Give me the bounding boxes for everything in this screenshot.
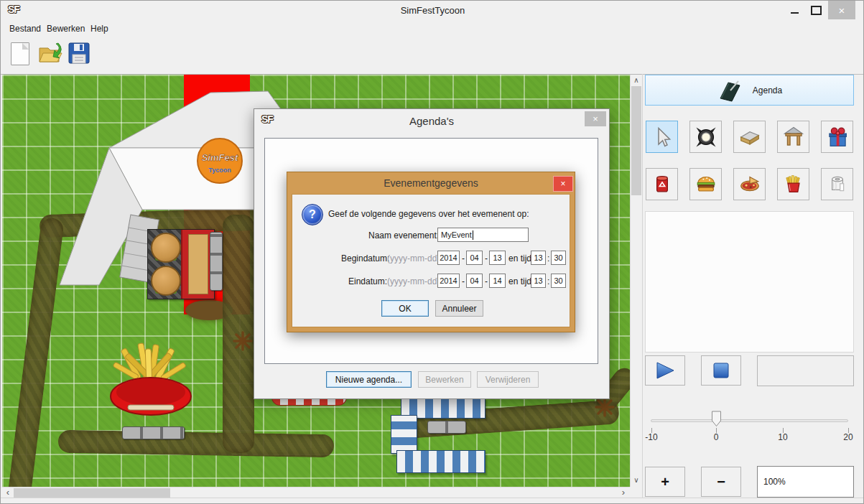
end-day-field[interactable]: 14 (489, 274, 506, 288)
map-vscrollbar[interactable]: ∧ ∨ (630, 75, 641, 487)
speed-slider-thumb[interactable] (711, 411, 722, 427)
tool-fries[interactable] (777, 168, 809, 200)
begin-day-field[interactable]: 13 (489, 251, 506, 265)
tool-pizza[interactable] (733, 168, 766, 200)
slider-tick-label: 10 (778, 432, 787, 442)
path-marker-icon (232, 330, 254, 352)
begin-year-field[interactable]: 2014 (437, 251, 460, 265)
cursor-select-icon (651, 126, 673, 148)
event-dialog-close-button[interactable]: × (553, 176, 573, 192)
agenda-button-label: Agenda (753, 85, 782, 95)
bench[interactable] (122, 426, 185, 439)
status-panel (757, 355, 854, 386)
event-name-value: MyEvent (441, 230, 472, 239)
begin-hour-field[interactable]: 13 (531, 251, 546, 265)
slider-tick-label: -10 (645, 432, 657, 442)
titlebar[interactable]: SF SimFestTycoon × (1, 1, 864, 21)
toilet-paper-icon (826, 173, 849, 196)
burger-top (151, 233, 181, 263)
hscroll-thumb[interactable] (14, 488, 170, 498)
save-button[interactable] (68, 42, 90, 66)
gift-icon (826, 126, 849, 149)
tool-toilet-paper[interactable] (821, 168, 853, 200)
end-minute-field[interactable]: 30 (551, 274, 566, 288)
end-month-field[interactable]: 04 (466, 274, 483, 288)
speed-slider-track[interactable] (651, 419, 848, 422)
zoom-out-button[interactable]: − (701, 467, 741, 497)
edit-agenda-button[interactable]: Bewerken (418, 371, 471, 388)
end-year-field[interactable]: 2014 (437, 274, 460, 288)
agendas-dialog-titlebar[interactable]: SF Agenda's × (254, 109, 609, 132)
event-name-field[interactable]: MyEvent (437, 228, 529, 242)
ok-button[interactable]: OK (381, 300, 429, 317)
tool-stage-gate[interactable] (777, 121, 809, 153)
agendas-dialog-close-button[interactable]: × (585, 111, 606, 126)
play-button[interactable] (645, 355, 685, 386)
menu-help[interactable]: Help (88, 24, 111, 34)
map-hscrollbar[interactable]: ‹ › (2, 487, 630, 498)
begin-month-field[interactable]: 04 (466, 251, 483, 265)
tool-cursor-select[interactable] (646, 121, 678, 153)
minimize-button[interactable] (785, 1, 804, 19)
vscroll-thumb[interactable] (631, 86, 641, 195)
new-agenda-button[interactable]: Nieuwe agenda... (326, 371, 412, 388)
event-dialog-title: Evenementgegevens (287, 177, 575, 189)
open-folder-icon (37, 41, 64, 67)
zoom-level-field[interactable]: 100% (757, 466, 854, 498)
grandstand-left[interactable] (391, 415, 417, 454)
zoom-in-button[interactable]: + (645, 467, 685, 497)
burger-stand[interactable] (147, 229, 215, 299)
agenda-book-icon (717, 79, 743, 102)
maximize-icon (811, 6, 822, 15)
bench[interactable] (210, 232, 223, 291)
grandstand-bottom[interactable] (396, 450, 486, 473)
sidebar-divider (642, 74, 643, 498)
agenda-button[interactable]: Agenda (645, 75, 854, 106)
dirt-path-bottom (58, 430, 335, 458)
open-file-button[interactable] (37, 41, 64, 69)
scroll-down-icon[interactable]: ∨ (631, 477, 642, 484)
event-data-dialog: Evenementgegevens × ? Geef de volgende g… (287, 172, 575, 332)
pizza-icon (738, 173, 761, 196)
save-floppy-icon (68, 42, 90, 64)
agendas-dialog-title: Agenda's (254, 115, 609, 127)
scroll-up-icon[interactable]: ∧ (631, 77, 642, 84)
window-title: SimFestTycoon (1, 5, 864, 16)
menu-bestand[interactable]: Bestand (6, 24, 44, 34)
tool-trash-can[interactable] (646, 168, 678, 200)
date-format-hint: (yyyy-mm-dd) (387, 276, 440, 286)
close-icon: × (593, 113, 598, 124)
slider-tick-label: 20 (843, 432, 853, 442)
bench[interactable] (427, 421, 466, 434)
event-dialog-titlebar[interactable]: Evenementgegevens × (287, 172, 575, 194)
maximize-button[interactable] (807, 1, 825, 19)
tent-logo-line1: SimFest (202, 152, 238, 163)
cancel-button[interactable]: Annuleer (435, 300, 483, 317)
scroll-left-icon[interactable]: ‹ (2, 489, 14, 496)
fries-icon (782, 173, 805, 196)
window-bottom-frame (1, 498, 864, 504)
menu-bewerken[interactable]: Bewerken (44, 24, 88, 34)
text-caret (473, 230, 473, 240)
time-separator: : (547, 253, 549, 263)
close-button[interactable]: × (828, 1, 855, 19)
tool-spotlight[interactable] (689, 121, 722, 153)
road-icon (738, 126, 761, 149)
sidebar-list-panel (645, 211, 854, 353)
begin-label: Begindatum: (341, 253, 389, 263)
tool-road[interactable] (733, 121, 766, 153)
time-separator: : (547, 276, 549, 286)
question-glyph: ? (309, 208, 316, 221)
tool-hamburger[interactable] (689, 168, 722, 200)
scroll-right-icon[interactable]: › (618, 489, 629, 496)
begin-minute-field[interactable]: 30 (551, 251, 566, 265)
new-file-button[interactable] (11, 42, 29, 65)
delete-agenda-button[interactable]: Verwijderen (477, 371, 539, 388)
end-hour-field[interactable]: 13 (531, 274, 546, 288)
stop-button[interactable] (701, 355, 741, 386)
menu-bar: Bestand Bewerken Help (1, 21, 864, 39)
fries-stand[interactable] (106, 342, 196, 417)
tool-gift[interactable] (821, 121, 853, 153)
question-icon: ? (302, 204, 323, 225)
hamburger-icon (695, 173, 717, 196)
